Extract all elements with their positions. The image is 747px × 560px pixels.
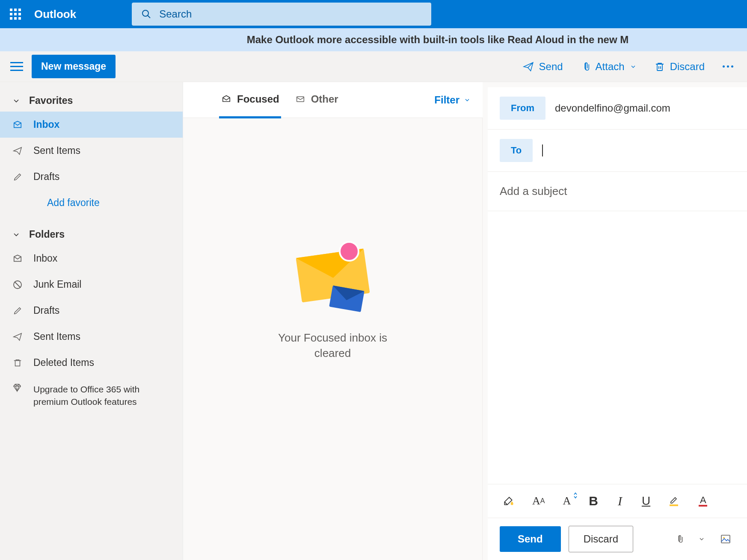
trash-icon xyxy=(655,61,665,72)
sidebar-folder-inbox[interactable]: Inbox xyxy=(0,245,183,271)
search-icon xyxy=(141,9,151,19)
folders-label: Folders xyxy=(29,229,65,240)
italic-icon[interactable]: I xyxy=(614,492,626,510)
attach-command[interactable]: Attach xyxy=(575,57,643,76)
insert-image-icon[interactable] xyxy=(716,532,735,546)
command-bar: New message Send Attach Discard xyxy=(0,51,747,82)
diamond-icon xyxy=(12,383,22,392)
add-favorite-link[interactable]: Add favorite xyxy=(0,190,183,216)
bold-icon[interactable]: B xyxy=(586,492,601,510)
compose-discard-button[interactable]: Discard xyxy=(569,526,633,552)
message-list-panel: Focused Other Filter Your Focused inbox … xyxy=(183,82,483,560)
sidebar-folder-sent[interactable]: Sent Items xyxy=(0,324,183,350)
hamburger-icon[interactable] xyxy=(8,58,26,76)
new-message-button[interactable]: New message xyxy=(32,55,116,78)
app-launcher-icon[interactable] xyxy=(8,6,23,22)
draft-icon xyxy=(13,306,22,315)
sidebar-item-drafts[interactable]: Drafts xyxy=(0,164,183,190)
compose-body[interactable] xyxy=(488,211,747,484)
search-box[interactable] xyxy=(132,3,431,26)
empty-inbox-illustration xyxy=(290,232,376,317)
junk-icon xyxy=(12,280,23,290)
format-toolbar: AA A B I U A xyxy=(488,484,747,518)
font-icon[interactable]: AA xyxy=(530,493,547,509)
favorites-header[interactable]: Favorites xyxy=(0,90,183,112)
sidebar-folder-junk[interactable]: Junk Email xyxy=(0,271,183,298)
chevron-down-icon xyxy=(630,63,637,70)
sidebar-folder-drafts[interactable]: Drafts xyxy=(0,298,183,324)
filter-label: Filter xyxy=(434,94,459,106)
sidebar-item-label: Drafts xyxy=(33,171,59,183)
svg-rect-5 xyxy=(670,504,678,506)
tab-other[interactable]: Other xyxy=(295,93,338,106)
inbox-icon xyxy=(12,254,23,263)
svg-text:A: A xyxy=(700,495,706,505)
subject-field[interactable] xyxy=(488,172,747,211)
svg-line-3 xyxy=(15,282,21,288)
sidebar: Favorites Inbox Sent Items Drafts Add fa… xyxy=(0,82,183,560)
sent-icon xyxy=(12,146,23,156)
sidebar-item-label: Inbox xyxy=(33,253,57,264)
attach-chevron-icon[interactable] xyxy=(695,534,708,544)
brand-title: Outlook xyxy=(34,8,76,21)
attach-file-icon[interactable] xyxy=(672,532,687,546)
from-label[interactable]: From xyxy=(500,97,545,120)
filter-button[interactable]: Filter xyxy=(434,94,471,106)
svg-rect-7 xyxy=(699,505,707,507)
inbox-icon xyxy=(12,120,23,130)
sidebar-item-label: Drafts xyxy=(33,305,59,316)
highlight-icon[interactable] xyxy=(666,493,682,509)
compose-actions: Send Discard xyxy=(488,518,747,560)
chevron-down-icon xyxy=(12,97,21,105)
empty-inbox-state: Your Focused inbox is cleared xyxy=(183,118,482,560)
svg-point-0 xyxy=(142,10,148,16)
to-input[interactable] xyxy=(552,144,735,156)
svg-rect-8 xyxy=(721,535,730,543)
sidebar-item-label: Junk Email xyxy=(33,279,81,290)
trash-icon xyxy=(13,358,22,368)
tab-label: Other xyxy=(311,93,338,105)
sidebar-item-sent[interactable]: Sent Items xyxy=(0,138,183,164)
promo-banner[interactable]: Make Outlook more accessible with built-… xyxy=(0,28,747,51)
inbox-tabs: Focused Other Filter xyxy=(183,82,483,118)
tab-label: Focused xyxy=(237,93,279,105)
sent-icon xyxy=(12,332,23,342)
compose-panel: From devondelfino@gmail.com To AA A B I … xyxy=(488,87,747,560)
draft-icon xyxy=(13,172,22,182)
mail-icon xyxy=(295,95,306,103)
upgrade-link[interactable]: Upgrade to Office 365 with premium Outlo… xyxy=(0,376,183,416)
subject-input[interactable] xyxy=(500,185,735,198)
discard-command[interactable]: Discard xyxy=(649,57,711,76)
underline-icon[interactable]: U xyxy=(639,492,653,510)
sidebar-folder-deleted[interactable]: Deleted Items xyxy=(0,350,183,376)
attach-icon xyxy=(581,61,590,72)
sidebar-item-inbox[interactable]: Inbox xyxy=(0,112,183,138)
favorites-label: Favorites xyxy=(29,95,73,106)
to-field[interactable]: To xyxy=(488,130,747,172)
send-icon xyxy=(523,61,534,72)
folders-header[interactable]: Folders xyxy=(0,224,183,245)
font-color-icon[interactable]: A xyxy=(695,493,711,509)
upgrade-text: Upgrade to Office 365 with premium Outlo… xyxy=(33,383,171,408)
more-commands-icon[interactable] xyxy=(717,62,739,71)
text-cursor xyxy=(542,144,543,156)
paint-format-icon[interactable] xyxy=(500,494,517,508)
chevron-down-icon xyxy=(464,97,471,103)
svg-line-1 xyxy=(148,15,150,18)
sidebar-item-label: Sent Items xyxy=(33,331,80,342)
sidebar-item-label: Inbox xyxy=(33,119,59,130)
focused-icon xyxy=(221,94,232,104)
attach-label: Attach xyxy=(596,61,625,73)
from-field: From devondelfino@gmail.com xyxy=(488,87,747,130)
send-label: Send xyxy=(539,61,563,73)
send-command[interactable]: Send xyxy=(517,57,569,76)
search-input[interactable] xyxy=(159,8,422,20)
discard-label: Discard xyxy=(670,61,705,73)
chevron-down-icon xyxy=(12,230,21,239)
from-value: devondelfino@gmail.com xyxy=(555,102,670,114)
font-size-icon[interactable]: A xyxy=(560,493,573,509)
to-label[interactable]: To xyxy=(500,139,533,162)
tab-focused[interactable]: Focused xyxy=(221,93,279,106)
banner-text: Make Outlook more accessible with built-… xyxy=(247,34,629,46)
compose-send-button[interactable]: Send xyxy=(500,526,561,552)
